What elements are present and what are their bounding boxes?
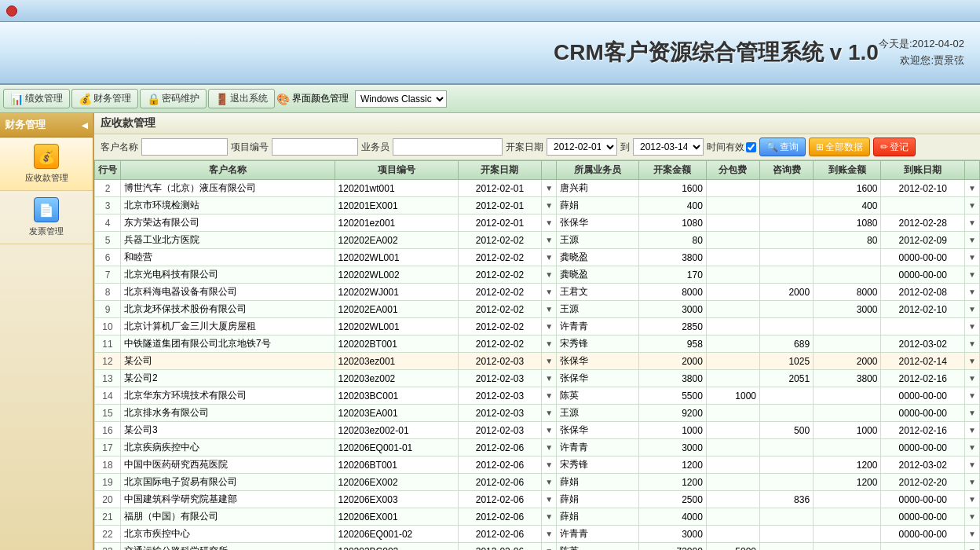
content-area: 应收款管理 客户名称 项目编号 业务员 开案日期 2012-02-01 到 20… <box>94 113 980 550</box>
cell-action[interactable]: ▼ <box>965 456 980 474</box>
cell-consult: 1025 <box>760 353 814 370</box>
cell-action[interactable]: ▼ <box>542 387 557 405</box>
cell-action[interactable]: ▼ <box>965 197 980 214</box>
cell-action[interactable]: ▼ <box>965 508 980 526</box>
close-button[interactable] <box>6 6 17 16</box>
cell-action[interactable]: ▼ <box>965 318 980 336</box>
cell-action[interactable]: ▼ <box>542 508 557 526</box>
cell-action[interactable]: ▼ <box>542 474 557 491</box>
cell-rownum: 17 <box>95 439 121 456</box>
cell-action[interactable]: ▼ <box>965 249 980 266</box>
cell-action[interactable]: ▼ <box>542 180 557 197</box>
start-date-select[interactable]: 2012-02-01 <box>547 138 617 156</box>
cell-action[interactable]: ▼ <box>542 422 557 439</box>
customer-label: 客户名称 <box>101 141 138 154</box>
cell-consult <box>760 543 814 551</box>
cell-action[interactable]: ▼ <box>965 301 980 318</box>
cell-action[interactable]: ▼ <box>965 370 980 387</box>
cell-action[interactable]: ▼ <box>965 405 980 422</box>
cell-action[interactable]: ▼ <box>965 214 980 232</box>
cell-action[interactable]: ▼ <box>542 456 557 474</box>
password-icon: 🔒 <box>147 93 159 105</box>
cell-action[interactable]: ▼ <box>542 232 557 249</box>
cell-staff: 宋秀锋 <box>557 336 638 353</box>
cell-staff: 宋秀锋 <box>557 456 638 474</box>
cell-action[interactable]: ▼ <box>542 249 557 266</box>
cell-action[interactable]: ▼ <box>542 353 557 370</box>
cell-action[interactable]: ▼ <box>965 336 980 353</box>
cell-rownum: 8 <box>95 284 121 301</box>
project-input[interactable] <box>272 138 358 156</box>
performance-btn[interactable]: 📊 绩效管理 <box>3 89 70 108</box>
cell-action[interactable]: ▼ <box>965 543 980 551</box>
cell-staff: 陈英 <box>557 543 638 551</box>
finance-btn[interactable]: 💰 财务管理 <box>71 89 138 108</box>
cell-date: 2012-02-02 <box>458 336 542 353</box>
table-row: 8北京科海电器设备有限公司120202WJ0012012-02-02▼王君文80… <box>95 284 980 301</box>
cell-action[interactable]: ▼ <box>542 526 557 543</box>
cell-consult <box>760 232 814 249</box>
cell-action[interactable]: ▼ <box>542 266 557 284</box>
cell-project: 120202BT001 <box>335 336 458 353</box>
data-table-container: 行号 客户名称 项目编号 开案日期 所属业务员 开案金额 分包费 咨询费 到账金… <box>94 160 980 550</box>
customer-input[interactable] <box>141 138 228 156</box>
cell-action[interactable]: ▼ <box>965 387 980 405</box>
cell-action[interactable]: ▼ <box>542 491 557 508</box>
cell-sub <box>706 301 759 318</box>
cell-staff: 薛娟 <box>557 474 638 491</box>
cell-date: 2012-02-01 <box>458 197 542 214</box>
cell-action[interactable]: ▼ <box>542 301 557 318</box>
cell-action[interactable]: ▼ <box>542 543 557 551</box>
cell-amount: 3000 <box>638 439 706 456</box>
cell-project: 120201ez001 <box>335 214 458 232</box>
table-row: 20中国建筑科学研究院基建部120206EX0032012-02-06▼薛娟25… <box>95 491 980 508</box>
staff-input[interactable] <box>393 138 503 156</box>
cell-customer: 北京市环境检测站 <box>121 197 335 214</box>
sidebar-item-receivables[interactable]: 💰 应收款管理 <box>0 138 93 191</box>
col-project: 项目编号 <box>335 161 458 180</box>
cell-received: 3800 <box>814 370 881 387</box>
cell-consult <box>760 387 814 405</box>
theme-dropdown[interactable]: Windows Classic Blue Silver Olive <box>355 90 447 108</box>
cell-action[interactable]: ▼ <box>542 405 557 422</box>
exit-btn[interactable]: 🚪 退出系统 <box>208 89 275 108</box>
cell-staff: 王源 <box>557 232 638 249</box>
password-btn[interactable]: 🔒 密码维护 <box>140 89 207 108</box>
cell-action[interactable]: ▼ <box>965 284 980 301</box>
end-date-select[interactable]: 2012-03-14 <box>633 138 704 156</box>
cell-rownum: 16 <box>95 422 121 439</box>
cell-action[interactable]: ▼ <box>542 284 557 301</box>
cell-project: 120206EX003 <box>335 491 458 508</box>
cell-action[interactable]: ▼ <box>965 266 980 284</box>
cell-action[interactable]: ▼ <box>965 526 980 543</box>
table-row: 10北京计算机厂金三川大厦房屋租120202WL0012012-02-02▼许青… <box>95 318 980 336</box>
sidebar-item-invoices[interactable]: 📄 发票管理 <box>0 191 93 244</box>
cell-action[interactable]: ▼ <box>965 474 980 491</box>
cell-action[interactable]: ▼ <box>965 491 980 508</box>
cell-rownum: 4 <box>95 214 121 232</box>
time-valid-checkbox[interactable] <box>746 142 756 152</box>
cell-action[interactable]: ▼ <box>965 353 980 370</box>
cell-action[interactable]: ▼ <box>542 318 557 336</box>
register-btn[interactable]: ✏ 登记 <box>873 138 916 156</box>
finance-icon: 💰 <box>79 93 91 105</box>
sidebar-header-icon: ◀ <box>82 121 88 130</box>
cell-project: 120203BC002 <box>335 543 458 551</box>
cell-customer: 北京排水务有限公司 <box>121 405 335 422</box>
cell-action[interactable]: ▼ <box>542 439 557 456</box>
cell-action[interactable]: ▼ <box>965 180 980 197</box>
cell-action[interactable]: ▼ <box>542 370 557 387</box>
all-data-btn[interactable]: ⊞ 全部数据 <box>809 138 870 156</box>
query-btn[interactable]: 🔍 查询 <box>759 138 806 156</box>
cell-action[interactable]: ▼ <box>965 232 980 249</box>
cell-recv-date: 2012-02-10 <box>881 301 965 318</box>
cell-action[interactable]: ▼ <box>965 422 980 439</box>
cell-action[interactable]: ▼ <box>542 336 557 353</box>
cell-sub <box>706 266 759 284</box>
cell-action[interactable]: ▼ <box>542 214 557 232</box>
col-staff: 所属业务员 <box>557 161 638 180</box>
cell-staff: 唐兴莉 <box>557 180 638 197</box>
cell-action[interactable]: ▼ <box>542 197 557 214</box>
cell-customer: 北京国际电子贸易有限公司 <box>121 474 335 491</box>
cell-action[interactable]: ▼ <box>965 439 980 456</box>
